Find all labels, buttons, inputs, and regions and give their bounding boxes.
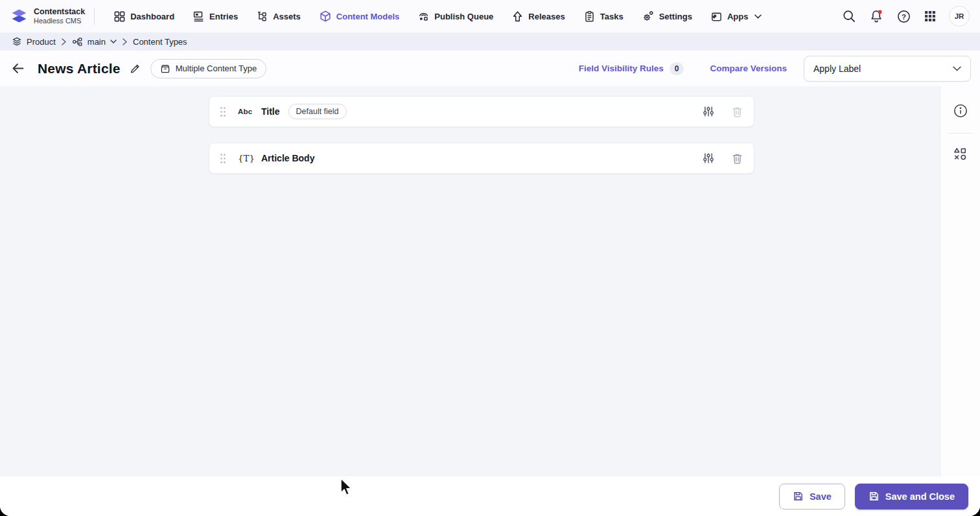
publish-queue-icon [417, 10, 430, 23]
field-visibility-rules-label: Field Visibility Rules [579, 64, 664, 73]
chevron-down-icon [754, 14, 762, 19]
nav-apps[interactable]: Apps [710, 10, 762, 23]
brand-home-link[interactable]: Contentstack Headless CMS [10, 7, 85, 26]
field-visibility-rules-count: 0 [670, 62, 684, 75]
dashboard-icon [113, 10, 126, 23]
right-sidebar [940, 86, 980, 476]
nav-settings[interactable]: Settings [642, 10, 692, 23]
nav-releases[interactable]: Releases [511, 10, 565, 23]
nav-label: Publish Queue [434, 12, 493, 21]
nav-label: Assets [273, 12, 301, 21]
stack-icon [12, 36, 22, 47]
header-actions: Field Visibility Rules 0 Compare Version… [579, 56, 971, 82]
apply-label-value: Apply Label [813, 64, 861, 74]
breadcrumb-stack[interactable]: Product [12, 36, 56, 47]
breadcrumb-section-label[interactable]: Content Types [133, 37, 187, 47]
chevron-down-icon [953, 66, 961, 71]
default-field-badge: Default field [288, 104, 347, 119]
field-visibility-rules-link[interactable]: Field Visibility Rules 0 [579, 62, 684, 75]
releases-icon [511, 10, 524, 23]
nav-divider [94, 8, 95, 25]
save-button[interactable]: Save [779, 484, 845, 510]
nav-label: Releases [528, 12, 565, 21]
drag-handle-icon[interactable] [220, 106, 226, 117]
nav-assets[interactable]: Assets [256, 10, 301, 23]
apps-icon [710, 10, 723, 23]
nav-label: Entries [209, 12, 238, 21]
content-type-badge[interactable]: Multiple Content Type [150, 59, 267, 78]
nav-label: Apps [727, 12, 749, 21]
nav-label: Settings [659, 12, 692, 21]
svg-text:?: ? [902, 12, 906, 20]
topnav-right-cluster: ? JR [842, 6, 970, 27]
edit-title-icon[interactable] [127, 61, 142, 76]
save-and-close-button-label: Save and Close [885, 491, 955, 502]
compare-versions-label: Compare Versions [710, 64, 787, 73]
nav-tasks[interactable]: Tasks [583, 10, 624, 23]
user-avatar[interactable]: JR [949, 6, 970, 27]
brand-title: Contentstack [34, 7, 85, 18]
archive-box-icon [160, 64, 170, 74]
breadcrumb: Product main Content Types [0, 32, 980, 51]
save-and-close-button[interactable]: Save and Close [855, 484, 968, 510]
sidebar-divider [948, 133, 973, 134]
back-button[interactable] [10, 61, 25, 76]
drag-handle-icon[interactable] [220, 153, 226, 164]
nav-label: Tasks [600, 12, 624, 21]
field-name: Title [261, 106, 280, 117]
content-area: Abc Title Default field [0, 86, 980, 476]
delete-field-icon[interactable] [731, 106, 743, 118]
top-navigation: Contentstack Headless CMS Dashboard [0, 0, 980, 32]
nav-label: Dashboard [130, 12, 174, 21]
tasks-icon [583, 10, 596, 23]
branch-icon [72, 36, 83, 47]
nav-dashboard[interactable]: Dashboard [113, 10, 174, 23]
assets-icon [256, 10, 268, 23]
entries-icon [192, 10, 205, 23]
chevron-down-icon [110, 40, 117, 43]
single-line-text-icon: Abc [238, 108, 255, 115]
json-rte-icon: {T} [238, 153, 255, 163]
nav-entries[interactable]: Entries [192, 10, 238, 23]
field-name: Article Body [261, 153, 314, 163]
help-icon[interactable]: ? [896, 9, 911, 24]
nav-publish-queue[interactable]: Publish Queue [417, 10, 493, 23]
footer-actions: Save Save and Close [0, 476, 980, 516]
breadcrumb-branch-label: main [88, 37, 106, 47]
app-grid-icon[interactable] [924, 10, 937, 23]
contentstack-logo-icon [10, 8, 28, 25]
breadcrumb-stack-label: Product [27, 37, 56, 47]
field-settings-icon[interactable] [703, 152, 714, 164]
search-icon[interactable] [842, 9, 856, 23]
page-title: News Article [38, 61, 121, 76]
content-type-badge-label: Multiple Content Type [176, 64, 257, 73]
field-row-title[interactable]: Abc Title Default field [209, 96, 754, 127]
field-row-article-body[interactable]: {T} Article Body [209, 143, 754, 174]
widgets-icon[interactable] [953, 147, 968, 161]
chevron-right-icon [62, 38, 66, 45]
apply-label-dropdown[interactable]: Apply Label [804, 56, 971, 82]
info-icon[interactable] [952, 102, 969, 119]
save-button-label: Save [810, 491, 832, 502]
brand-subtitle: Headless CMS [34, 17, 85, 25]
page-header: News Article Multiple Content Type Field… [0, 51, 980, 86]
breadcrumb-branch[interactable]: main [72, 36, 117, 47]
compare-versions-link[interactable]: Compare Versions [710, 64, 787, 73]
app-window: Contentstack Headless CMS Dashboard [0, 0, 980, 516]
nav-content-models[interactable]: Content Models [319, 10, 400, 23]
field-settings-icon[interactable] [703, 106, 714, 117]
chevron-right-icon [122, 38, 127, 45]
notifications-icon[interactable] [869, 8, 884, 24]
delete-field-icon[interactable] [731, 152, 743, 165]
settings-icon [642, 10, 655, 23]
content-models-icon [319, 10, 332, 23]
nav-label: Content Models [336, 12, 400, 21]
notification-dot [878, 10, 882, 14]
save-icon [869, 491, 880, 502]
save-icon [793, 491, 804, 502]
